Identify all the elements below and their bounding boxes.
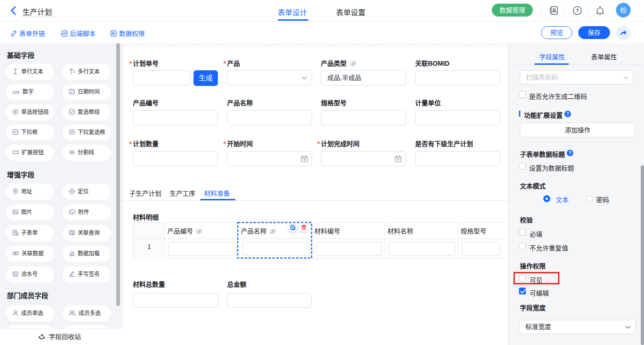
svg-text:?: ? [576, 8, 579, 13]
